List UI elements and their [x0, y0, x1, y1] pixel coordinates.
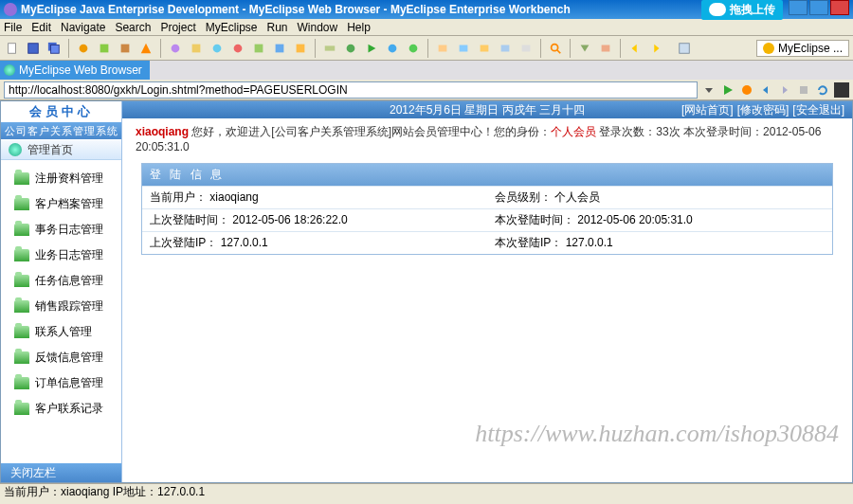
tool-icon[interactable] [405, 40, 422, 57]
welcome-message: xiaoqiang 您好，欢迎进入[公司客户关系管理系统]网站会员管理中心！您的… [122, 118, 852, 159]
sidebar: 会员中心 公司客户关系管理系统 管理首页 注册资料管理 客户档案管理 事务日志管… [1, 101, 122, 482]
url-dropdown-button[interactable] [701, 82, 717, 98]
welcome-role: 个人会员 [551, 125, 596, 138]
window-close-button[interactable] [830, 0, 849, 15]
sidebar-item-order[interactable]: 订单信息管理 [1, 370, 121, 396]
save-button[interactable] [25, 40, 42, 57]
svg-point-25 [552, 44, 558, 50]
tool-icon[interactable] [497, 40, 514, 57]
info-row: 上次登陆IP： 127.0.0.1 本次登陆IP： 127.0.0.1 [142, 231, 832, 254]
toolbar: MyEclipse ... [0, 36, 853, 61]
tool-icon[interactable] [834, 82, 849, 98]
svg-rect-5 [100, 44, 109, 52]
tool-icon[interactable] [250, 40, 267, 57]
tool-icon[interactable] [292, 40, 309, 57]
svg-point-16 [347, 44, 355, 52]
link-home[interactable]: [网站首页] [681, 102, 734, 118]
perspective-icon[interactable] [676, 40, 693, 57]
this-login-ip: 本次登陆IP： 127.0.0.1 [487, 232, 832, 254]
menu-window[interactable]: Window [298, 21, 338, 34]
login-info-box: 登 陆 信 息 当前用户： xiaoqiang 会员级别： 个人会员 上次登陆时… [141, 163, 833, 255]
go-button[interactable] [720, 82, 735, 98]
menu-project[interactable]: Project [160, 21, 195, 34]
this-login-time: 本次登陆时间： 2012-05-06 20:05:31.0 [487, 209, 832, 231]
tool-icon[interactable] [321, 40, 338, 57]
search-button[interactable] [547, 40, 564, 57]
tool-icon[interactable] [576, 40, 593, 57]
forward-button[interactable] [647, 40, 664, 57]
debug-button[interactable] [342, 40, 359, 57]
url-input[interactable] [4, 81, 698, 99]
tool-icon[interactable] [271, 40, 288, 57]
tool-icon[interactable] [517, 40, 535, 57]
menu-run[interactable]: Run [266, 21, 287, 34]
main-panel: 2012年5月6日 星期日 丙戌年 三月十四 [网站首页] [修改密码] [安全… [122, 101, 852, 482]
svg-point-34 [742, 85, 752, 95]
folder-icon [14, 300, 29, 313]
sidebar-heading[interactable]: 管理首页 [1, 139, 121, 160]
current-user: 当前用户： xiaoqiang [142, 187, 487, 208]
app-icon [4, 3, 17, 16]
tool-icon[interactable] [117, 40, 134, 57]
sidebar-item-register[interactable]: 注册资料管理 [1, 166, 121, 191]
svg-marker-29 [632, 44, 637, 52]
nav-back-button[interactable] [758, 82, 773, 98]
link-password[interactable]: [修改密码] [737, 102, 789, 118]
svg-rect-13 [276, 44, 284, 52]
tool-icon[interactable] [96, 40, 113, 57]
menu-myeclipse[interactable]: MyEclipse [206, 21, 258, 34]
sidebar-item-task[interactable]: 任务信息管理 [1, 268, 121, 294]
tool-icon[interactable] [384, 40, 401, 57]
window-maximize-button[interactable] [809, 0, 828, 15]
refresh-button[interactable] [815, 82, 830, 98]
tool-icon[interactable] [75, 40, 92, 57]
sidebar-item-business[interactable]: 业务日志管理 [1, 243, 121, 268]
tool-icon[interactable] [137, 40, 154, 57]
globe-icon [4, 64, 15, 76]
back-button[interactable] [626, 40, 644, 57]
svg-rect-3 [51, 45, 60, 53]
nav-forward-button[interactable] [777, 82, 792, 98]
tool-icon[interactable] [209, 40, 226, 57]
sidebar-item-contact-record[interactable]: 客户联系记录 [1, 396, 121, 422]
menu-file[interactable]: File [4, 21, 22, 34]
tool-icon[interactable] [476, 40, 493, 57]
svg-rect-21 [460, 45, 468, 51]
tool-icon[interactable] [739, 82, 754, 98]
run-button[interactable] [363, 40, 380, 57]
save-all-button[interactable] [45, 40, 63, 57]
window-titlebar: MyEclipse Java Enterprise Development - … [0, 0, 853, 19]
tool-icon[interactable] [229, 40, 246, 57]
svg-line-26 [557, 49, 561, 53]
upload-badge[interactable]: 拖拽上传 [701, 0, 783, 20]
link-logout[interactable]: [安全退出] [792, 102, 844, 118]
sidebar-item-contact[interactable]: 联系人管理 [1, 319, 121, 345]
tool-icon[interactable] [597, 40, 614, 57]
stop-button[interactable] [796, 82, 811, 98]
svg-point-4 [80, 44, 88, 52]
tool-icon[interactable] [455, 40, 472, 57]
menu-help[interactable]: Help [347, 21, 371, 34]
new-button[interactable] [4, 40, 21, 57]
myeclipse-icon [763, 43, 774, 54]
menu-edit[interactable]: Edit [31, 21, 51, 34]
sidebar-item-affairs[interactable]: 事务日志管理 [1, 217, 121, 243]
folder-icon [14, 351, 29, 364]
folder-icon [14, 198, 29, 210]
perspective-myeclipse[interactable]: MyEclipse ... [756, 40, 849, 57]
tool-icon[interactable] [188, 40, 205, 57]
window-minimize-button[interactable] [789, 0, 808, 15]
sidebar-item-customer[interactable]: 客户档案管理 [1, 191, 121, 217]
svg-point-11 [234, 44, 243, 52]
sidebar-item-sales[interactable]: 销售跟踪管理 [1, 294, 121, 319]
svg-rect-0 [9, 43, 16, 53]
svg-marker-7 [141, 43, 152, 53]
menu-navigate[interactable]: Navigate [61, 21, 105, 34]
tool-icon[interactable] [434, 40, 451, 57]
tab-web-browser[interactable]: MyEclipse Web Browser [0, 61, 150, 80]
sidebar-item-feedback[interactable]: 反馈信息管理 [1, 345, 121, 370]
sidebar-close-button[interactable]: 关闭左栏 [1, 463, 121, 482]
home-icon [9, 143, 22, 156]
menu-search[interactable]: Search [115, 21, 151, 34]
tool-icon[interactable] [167, 40, 184, 57]
